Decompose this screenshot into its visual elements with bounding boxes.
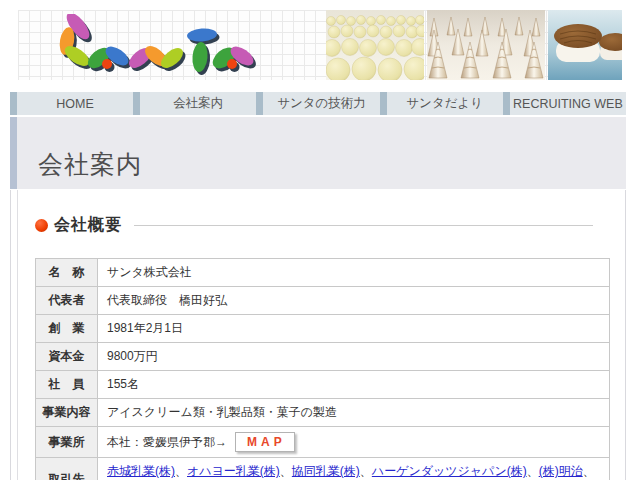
main-content: 会社概要 名 称 サンタ株式会社 代表者 代表取締役 橋田好弘 創 業 1981… [10,190,626,480]
santa-logo-graphic [52,14,258,76]
section-rule [134,225,593,226]
page-title-band: 会社案内 [10,117,626,189]
santa-logo[interactable] [52,14,258,76]
table-row: 名 称 サンタ株式会社 [36,259,610,287]
row-value: アイスクリーム類・乳製品類・菓子の製造 [98,399,610,427]
partner-separator: 、 [360,464,372,478]
nav-item-home[interactable]: HOME [10,92,133,115]
partner-link[interactable]: 協同乳業(株) [292,464,360,478]
nav-label: サンタの技術力 [277,95,366,112]
nav-item-news[interactable]: サンタだより [380,92,503,115]
ice-cream-sandwich-photo [548,10,622,80]
row-label: 取引先 [36,458,98,480]
partner-separator: 、 [527,464,539,478]
bullet-icon [35,219,48,232]
partner-separator: 、 [280,464,292,478]
row-label: 事業内容 [36,399,98,427]
nav-label: サンタだより [406,95,483,112]
table-row: 創 業 1981年2月1日 [36,315,610,343]
page-title: 会社案内 [17,148,142,189]
soft-serve-cones-photo [427,10,545,80]
row-label: 名 称 [36,259,98,287]
row-value: 1981年2月1日 [98,315,610,343]
nav-item-company[interactable]: 会社案内 [133,92,256,115]
row-label: 創 業 [36,315,98,343]
row-label: 代表者 [36,287,98,315]
table-row: 社 員 155名 [36,371,610,399]
ice-cream-balls-photo [326,10,424,80]
row-value: 代表取締役 橋田好弘 [98,287,610,315]
header-photos [323,10,622,80]
nav-item-recruiting[interactable]: RECRUITING WEB [503,92,626,115]
partner-link[interactable]: オハヨー乳業(株) [187,464,280,478]
partner-separator: 、 [583,464,595,478]
table-row-office: 事業所 本社：愛媛県伊予郡→MAP [36,427,610,458]
row-value: 9800万円 [98,343,610,371]
partner-link[interactable]: 赤城乳業(株) [107,464,175,478]
partner-separator: 、 [175,464,187,478]
nav-label: 会社案内 [173,95,223,112]
row-label: 社 員 [36,371,98,399]
partner-link[interactable]: ハーゲンダッツジャパン(株) [372,464,527,478]
row-label: 資本金 [36,343,98,371]
main-nav: HOME 会社案内 サンタの技術力 サンタだより RECRUITING WEB [10,92,626,115]
section-header: 会社概要 [35,215,593,236]
row-value: 本社：愛媛県伊予郡→MAP [98,427,610,458]
nav-item-technology[interactable]: サンタの技術力 [256,92,379,115]
row-label: 事業所 [36,427,98,458]
nav-label: HOME [56,97,94,111]
partner-link[interactable]: (株)明治 [539,464,583,478]
section-title: 会社概要 [54,215,122,236]
row-value: サンタ株式会社 [98,259,610,287]
map-button[interactable]: MAP [235,432,295,452]
site-header [18,10,622,80]
table-row: 代表者 代表取締役 橋田好弘 [36,287,610,315]
table-row: 資本金 9800万円 [36,343,610,371]
office-text: 本社：愛媛県伊予郡→ [107,435,227,449]
row-value: 155名 [98,371,610,399]
table-row: 事業内容 アイスクリーム類・乳製品類・菓子の製造 [36,399,610,427]
partners-cell: 赤城乳業(株)、オハヨー乳業(株)、協同乳業(株)、ハーゲンダッツジャパン(株)… [98,458,610,480]
table-row-partners: 取引先 赤城乳業(株)、オハヨー乳業(株)、協同乳業(株)、ハーゲンダッツジャパ… [36,458,610,480]
page: HOME 会社案内 サンタの技術力 サンタだより RECRUITING WEB … [0,0,637,480]
company-overview-table: 名 称 サンタ株式会社 代表者 代表取締役 橋田好弘 創 業 1981年2月1日… [35,258,610,480]
nav-label: RECRUITING WEB [513,97,623,111]
